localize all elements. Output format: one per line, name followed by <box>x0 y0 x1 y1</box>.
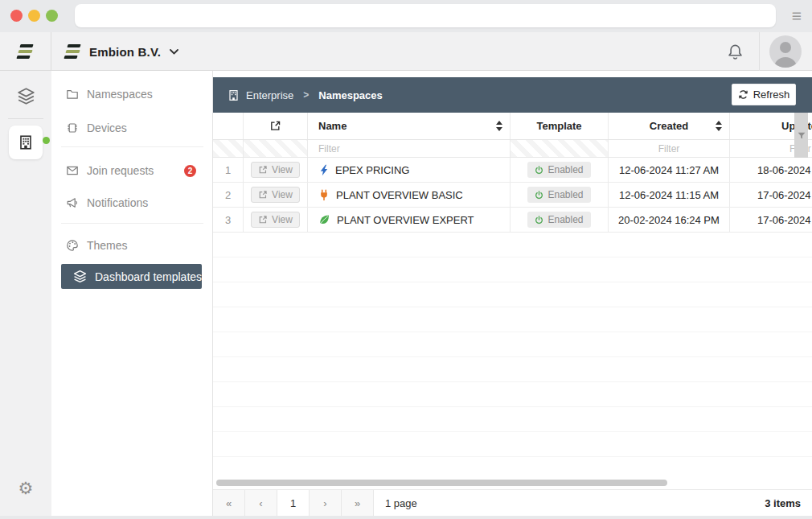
namespace-name-cell: PLANT OVERVIEW BASIC <box>308 183 511 207</box>
column-label: Name <box>318 120 347 132</box>
next-page-button[interactable]: › <box>310 490 342 516</box>
template-cell: Enabled <box>511 183 609 207</box>
breadcrumb-separator: > <box>303 89 309 101</box>
browser-menu-icon[interactable]: ≡ <box>792 6 802 26</box>
name-filter-input[interactable] <box>308 140 510 157</box>
table-vertical-scrollbar[interactable] <box>794 113 808 158</box>
breadcrumb-bar: Enterprise > Namespaces Refresh <box>213 77 812 113</box>
pagination-bar: « ‹ 1 › » 1 page 3 items <box>213 489 812 516</box>
status-label: Enabled <box>547 189 583 200</box>
refresh-label: Refresh <box>753 89 790 101</box>
table-row: 2 View PLANT OVERVIEW BASIC Enabled 12-0… <box>213 183 812 208</box>
window-zoom-button[interactable] <box>46 10 58 22</box>
namespace-name: PLANT OVERVIEW EXPERT <box>337 214 474 226</box>
sidebar-item-namespaces[interactable]: Namespaces <box>51 80 212 108</box>
external-link-icon <box>258 215 268 224</box>
namespace-name-cell: EPEX PRICING <box>308 158 511 182</box>
view-button-label: View <box>272 214 293 225</box>
view-button-label: View <box>272 189 293 200</box>
chip-icon <box>66 122 79 134</box>
namespace-name: PLANT OVERVIEW BASIC <box>336 189 463 201</box>
filter-funnel-icon[interactable] <box>798 132 806 158</box>
sidebar-item-join-requests[interactable]: Join requests 2 <box>51 157 212 184</box>
bolt-icon <box>318 164 329 176</box>
sidebar-item-notifications[interactable]: Notifications <box>51 189 212 216</box>
row-index: 2 <box>213 183 244 207</box>
address-bar[interactable] <box>75 4 776 27</box>
status-label: Enabled <box>547 214 583 225</box>
breadcrumb-current: Namespaces <box>318 89 383 101</box>
envelope-icon <box>66 164 79 177</box>
view-button-label: View <box>272 164 293 175</box>
building-icon <box>228 89 240 101</box>
current-page-button[interactable]: 1 <box>277 490 310 516</box>
empty-row <box>213 432 812 457</box>
sidebar-divider <box>61 146 203 147</box>
sort-icon[interactable] <box>716 121 722 131</box>
view-cell: View <box>244 183 308 207</box>
sidebar-item-label: Notifications <box>87 196 148 209</box>
filter-disabled-cell <box>244 140 308 157</box>
join-requests-count-badge: 2 <box>184 165 196 177</box>
user-avatar[interactable] <box>769 35 802 68</box>
org-switcher[interactable]: Embion B.V. <box>64 32 178 71</box>
sidebar-item-themes[interactable]: Themes <box>51 232 212 259</box>
table-horizontal-scrollbar[interactable] <box>216 480 667 486</box>
view-button[interactable]: View <box>251 212 300 228</box>
sort-icon[interactable] <box>496 121 502 131</box>
rail-item-enterprise-active[interactable] <box>9 126 43 159</box>
name-column-header[interactable]: Name <box>308 113 511 139</box>
created-cell: 12-06-2024 11:15 AM <box>609 183 730 207</box>
view-button[interactable]: View <box>251 162 300 178</box>
notifications-bell-icon[interactable] <box>727 43 744 60</box>
power-icon <box>535 216 543 224</box>
created-filter-input[interactable] <box>609 140 729 157</box>
sidebar-item-devices[interactable]: Devices <box>51 114 212 142</box>
sidebar-item-label: Namespaces <box>87 88 153 101</box>
table-header-row: Name Template Created Updated <box>213 113 812 140</box>
row-index: 1 <box>213 158 244 182</box>
palette-icon <box>66 239 79 252</box>
breadcrumb-root[interactable]: Enterprise <box>246 89 293 101</box>
rail-item-dashboards[interactable] <box>0 78 51 113</box>
rail-divider <box>8 118 43 119</box>
empty-row <box>213 233 812 257</box>
created-cell: 12-06-2024 11:27 AM <box>609 158 730 182</box>
sidebar-item-label: Devices <box>87 122 127 134</box>
updated-cell: 17-06-2024 14:0 <box>730 183 812 207</box>
created-column-header[interactable]: Created <box>609 113 730 139</box>
empty-row <box>213 257 812 282</box>
chevron-down-icon <box>170 49 178 55</box>
sidebar-divider <box>61 223 203 224</box>
empty-row <box>213 282 812 307</box>
status-badge: Enabled <box>527 212 590 228</box>
external-link-icon <box>258 165 268 175</box>
window-minimize-button[interactable] <box>28 10 40 22</box>
view-column-header <box>244 113 308 139</box>
folder-icon <box>66 88 79 101</box>
first-page-button[interactable]: « <box>213 490 245 516</box>
created-cell: 20-02-2024 16:24 PM <box>609 208 730 232</box>
sidebar-item-dashboard-templates[interactable]: Dashboard templates <box>61 264 202 289</box>
column-label: Template <box>536 120 581 132</box>
refresh-button[interactable]: Refresh <box>732 84 796 105</box>
status-badge: Enabled <box>527 162 590 178</box>
sidebar-item-label: Themes <box>87 239 128 252</box>
name-filter-cell <box>308 140 511 157</box>
empty-row <box>213 382 812 407</box>
last-page-button[interactable]: » <box>342 490 374 516</box>
power-icon <box>535 166 543 175</box>
window-close-button[interactable] <box>10 10 23 22</box>
empty-row <box>213 307 812 332</box>
view-button[interactable]: View <box>251 187 300 203</box>
updated-cell: 17-06-2024 16:3 <box>730 208 812 232</box>
power-icon <box>535 191 543 200</box>
settings-gear-icon[interactable]: ⚙ <box>0 479 51 498</box>
filter-disabled-cell <box>511 140 609 157</box>
org-name: Embion B.V. <box>89 45 161 59</box>
table-row: 1 View EPEX PRICING Enabled 12-06-2024 1… <box>213 158 812 183</box>
sidebar: Namespaces Devices Join requests 2 Notif… <box>51 71 213 516</box>
namespace-name-cell: PLANT OVERVIEW EXPERT <box>308 208 511 232</box>
previous-page-button[interactable]: ‹ <box>245 490 277 516</box>
filter-disabled-cell <box>213 140 244 157</box>
